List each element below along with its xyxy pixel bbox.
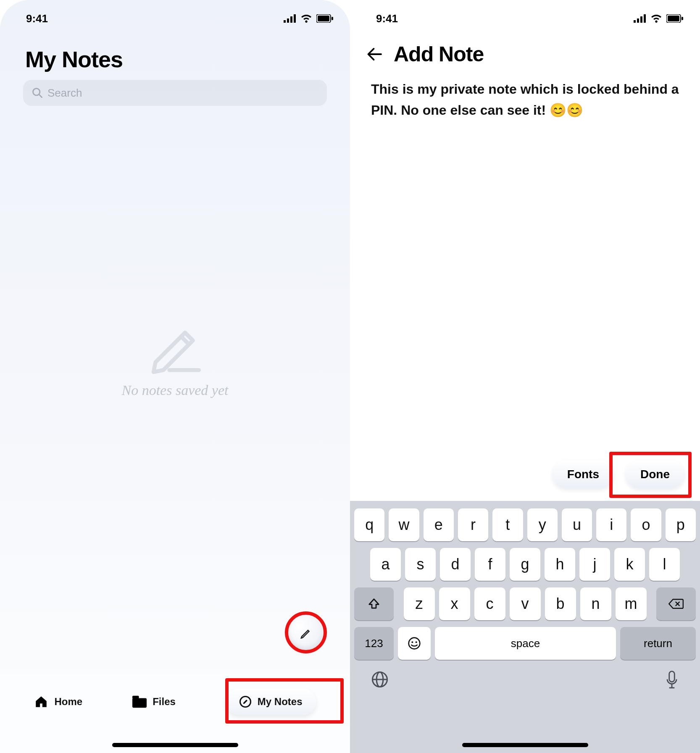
battery-icon [316,14,333,23]
key-o[interactable]: o [631,508,661,541]
key-e[interactable]: e [424,508,454,541]
back-button[interactable] [367,47,382,61]
nav-files[interactable]: Files [132,695,176,708]
key-h[interactable]: h [545,548,575,581]
svg-rect-5 [318,16,329,21]
status-indicators [284,14,333,23]
globe-icon [371,671,389,688]
svg-line-8 [39,95,42,97]
highlight-nav-notes [225,678,344,724]
key-v[interactable]: v [510,587,541,620]
svg-rect-20 [682,17,683,20]
mic-key[interactable] [665,671,679,689]
key-x[interactable]: x [439,587,470,620]
svg-rect-17 [644,14,646,23]
svg-rect-29 [669,671,675,682]
key-l[interactable]: l [649,548,680,581]
home-indicator[interactable] [462,743,588,747]
fonts-button[interactable]: Fonts [552,460,614,489]
svg-point-24 [411,641,413,643]
shift-icon [368,598,380,610]
status-indicators [634,14,683,23]
key-f[interactable]: f [475,548,505,581]
key-u[interactable]: u [562,508,592,541]
globe-key[interactable] [371,671,389,689]
svg-point-23 [409,638,420,649]
key-t[interactable]: t [492,508,523,541]
page-title: My Notes [0,29,350,80]
key-y[interactable]: y [527,508,558,541]
empty-text: No notes saved yet [122,382,229,398]
key-q[interactable]: q [354,508,384,541]
highlight-done [609,452,692,498]
screen-add-note: 9:41 Add Note This is my private note wh… [350,0,700,753]
key-d[interactable]: d [440,548,471,581]
key-s[interactable]: s [405,548,436,581]
nav-home-label: Home [54,696,82,708]
key-k[interactable]: k [614,548,645,581]
key-r[interactable]: r [458,508,488,541]
search-placeholder: Search [47,87,82,100]
empty-state: No notes saved yet [0,311,350,398]
screen-my-notes: 9:41 My Notes Search No notes saved yet … [0,0,350,753]
cellular-icon [634,14,646,23]
key-c[interactable]: c [474,587,505,620]
status-bar: 9:41 [0,0,350,29]
wifi-icon [300,14,312,23]
svg-rect-11 [132,698,147,708]
emoji-key[interactable] [398,627,431,660]
note-textarea[interactable]: This is my private note which is locked … [350,71,700,121]
folder-icon [132,695,147,708]
svg-rect-12 [132,695,139,698]
backspace-icon [668,598,684,610]
numbers-key[interactable]: 123 [354,627,394,660]
svg-rect-0 [284,20,286,23]
space-key[interactable]: space [435,627,616,660]
key-w[interactable]: w [389,508,419,541]
svg-rect-19 [668,16,679,21]
home-indicator[interactable] [112,743,238,747]
add-note-title: Add Note [394,42,484,66]
status-time: 9:41 [26,12,48,25]
mic-icon [665,671,679,689]
svg-rect-14 [634,20,636,23]
nav-home[interactable]: Home [34,695,82,709]
key-g[interactable]: g [510,548,540,581]
status-time: 9:41 [376,12,398,25]
svg-rect-1 [287,18,289,23]
key-i[interactable]: i [596,508,626,541]
status-bar: 9:41 [350,0,700,29]
svg-point-25 [416,641,417,643]
svg-rect-6 [332,17,333,20]
arrow-left-icon [367,47,382,61]
battery-icon [666,14,683,23]
search-input[interactable]: Search [23,80,327,106]
return-key[interactable]: return [620,627,696,660]
svg-rect-15 [637,18,639,23]
key-b[interactable]: b [545,587,576,620]
ios-keyboard: qwertyuiop asdfghjkl zxcvbnm 123 space r… [350,501,700,753]
key-p[interactable]: p [666,508,696,541]
cellular-icon [284,14,296,23]
svg-rect-16 [640,16,642,23]
nav-files-label: Files [153,696,176,708]
pencil-icon [144,311,207,374]
key-z[interactable]: z [404,587,435,620]
search-icon [32,87,43,99]
highlight-fab [285,611,327,653]
emoji-icon [408,637,421,650]
key-a[interactable]: a [370,548,401,581]
home-icon [34,695,48,709]
backspace-key[interactable] [656,587,696,620]
add-note-header: Add Note [350,29,700,71]
svg-rect-3 [294,14,296,23]
svg-rect-2 [290,16,292,23]
key-m[interactable]: m [616,587,647,620]
key-j[interactable]: j [579,548,610,581]
shift-key[interactable] [354,587,394,620]
wifi-icon [650,14,662,23]
key-n[interactable]: n [580,587,611,620]
